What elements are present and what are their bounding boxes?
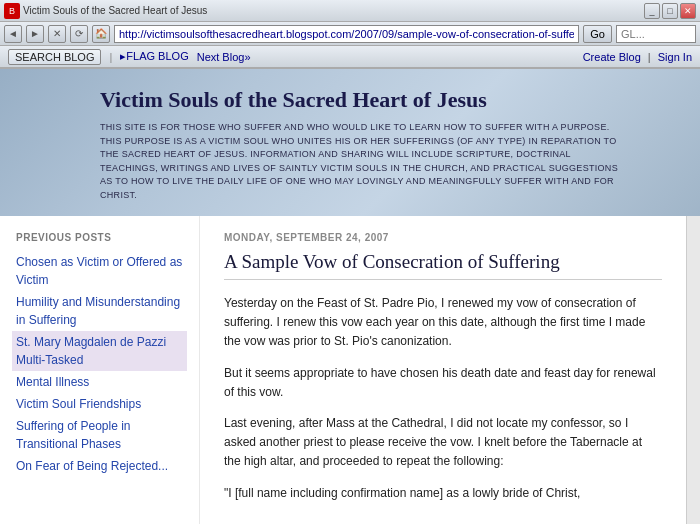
site-description: THIS SITE IS FOR THOSE WHO SUFFER AND WH… <box>100 121 620 202</box>
toolbar-bar: SEARCH BLOG | ▸FLAG BLOG Next Blog» Crea… <box>0 46 700 68</box>
sidebar: PREVIOUS POSTS Chosen as Victim or Offer… <box>0 216 200 524</box>
page-wrapper: PREVIOUS POSTS Chosen as Victim or Offer… <box>0 216 700 524</box>
scrollbar[interactable] <box>686 216 700 524</box>
back-button[interactable]: ◄ <box>4 25 22 43</box>
next-blog-link[interactable]: Next Blog» <box>197 51 251 63</box>
browser-titlebar: B Victim Souls of the Sacred Heart of Je… <box>0 0 700 22</box>
sidebar-item-fear-rejected[interactable]: On Fear of Being Rejected... <box>16 455 183 477</box>
browser-chrome: B Victim Souls of the Sacred Heart of Je… <box>0 0 700 69</box>
site-title: Victim Souls of the Sacred Heart of Jesu… <box>100 87 620 113</box>
post-paragraph-2: But it seems appropriate to have chosen … <box>224 364 662 402</box>
sidebar-item-victim-friendships[interactable]: Victim Soul Friendships <box>16 393 183 415</box>
address-bar[interactable] <box>114 25 579 43</box>
browser-logo-icon: B <box>4 3 20 19</box>
search-blog-button[interactable]: SEARCH BLOG <box>8 49 101 65</box>
minimize-button[interactable]: _ <box>644 3 660 19</box>
sign-in-link[interactable]: Sign In <box>658 51 692 63</box>
forward-button[interactable]: ► <box>26 25 44 43</box>
home-button[interactable]: 🏠 <box>92 25 110 43</box>
refresh-button[interactable]: ⟳ <box>70 25 88 43</box>
create-signin-area: Create Blog | Sign In <box>583 51 692 63</box>
sidebar-item-mental[interactable]: Mental Illness <box>16 371 183 393</box>
nav-bar: ◄ ► ✕ ⟳ 🏠 Go <box>0 22 700 46</box>
go-button[interactable]: Go <box>583 25 612 43</box>
post-paragraph-1: Yesterday on the Feast of St. Padre Pio,… <box>224 294 662 352</box>
sidebar-item-stmary[interactable]: St. Mary Magdalen de Pazzi Multi-Tasked <box>12 331 187 371</box>
pipe-separator: | <box>648 51 651 63</box>
sidebar-item-suffering-transitional[interactable]: Suffering of People in Transitional Phas… <box>16 415 183 455</box>
close-button[interactable]: ✕ <box>680 3 696 19</box>
post-date: MONDAY, SEPTEMBER 24, 2007 <box>224 232 662 243</box>
post-paragraph-4: "I [full name including confirmation nam… <box>224 484 662 503</box>
post-paragraph-3: Last evening, after Mass at the Cathedra… <box>224 414 662 472</box>
main-content: MONDAY, SEPTEMBER 24, 2007 A Sample Vow … <box>200 216 686 524</box>
sidebar-item-humility[interactable]: Humility and Misunderstanding in Sufferi… <box>16 291 183 331</box>
browser-search-input[interactable] <box>616 25 696 43</box>
toolbar-separator-1: | <box>109 51 112 63</box>
sidebar-section-title: PREVIOUS POSTS <box>16 232 183 243</box>
tab-label: Victim Souls of the Sacred Heart of Jesu… <box>23 5 207 16</box>
window-controls[interactable]: _ □ ✕ <box>644 3 696 19</box>
flag-blog-link[interactable]: ▸FLAG BLOG <box>120 50 188 63</box>
header-content: Victim Souls of the Sacred Heart of Jesu… <box>100 87 620 202</box>
sidebar-item-chosen[interactable]: Chosen as Victim or Offered as Victim <box>16 251 183 291</box>
site-header: Victim Souls of the Sacred Heart of Jesu… <box>0 69 700 216</box>
post-title: A Sample Vow of Consecration of Sufferin… <box>224 251 662 280</box>
post-body: Yesterday on the Feast of St. Padre Pio,… <box>224 294 662 503</box>
maximize-button[interactable]: □ <box>662 3 678 19</box>
stop-button[interactable]: ✕ <box>48 25 66 43</box>
create-blog-link[interactable]: Create Blog <box>583 51 641 63</box>
